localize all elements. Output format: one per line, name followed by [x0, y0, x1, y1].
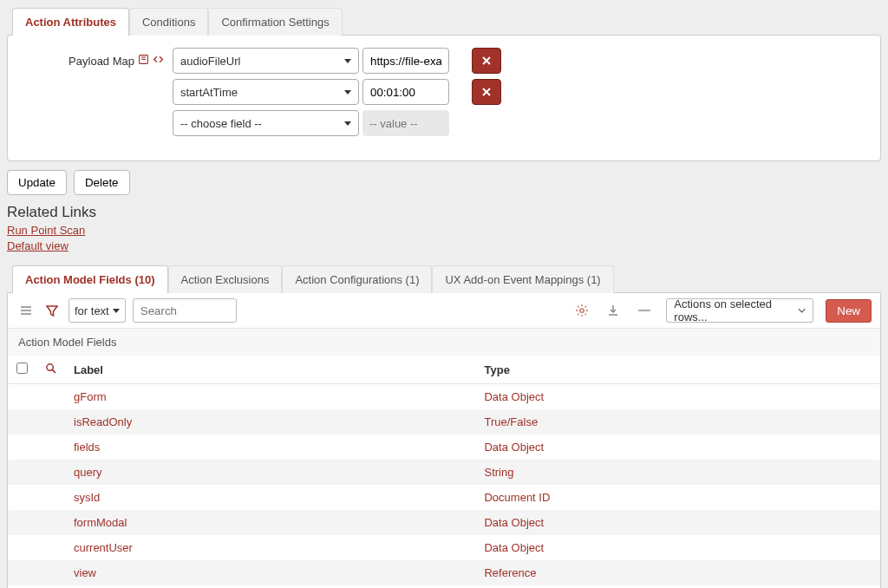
tab-action-configurations[interactable]: Action Configurations (1) — [282, 265, 432, 293]
tab-action-model-fields[interactable]: Action Model Fields (10) — [12, 265, 168, 293]
actions-on-rows-select[interactable]: Actions on selected rows... — [666, 298, 813, 323]
cell-label[interactable]: view — [65, 560, 475, 585]
chevron-down-icon — [344, 90, 351, 95]
column-type[interactable]: Type — [475, 356, 880, 384]
svg-line-15 — [52, 370, 56, 374]
tab-action-attributes[interactable]: Action Attributes — [12, 8, 129, 36]
cell-type[interactable]: Data Object — [475, 535, 880, 560]
model-fields-table: Label Type gForm Data Object isReadOnly … — [8, 356, 880, 588]
download-icon[interactable] — [604, 301, 623, 320]
cell-type[interactable]: Reference — [475, 560, 880, 585]
column-search-icon[interactable] — [45, 363, 56, 376]
table-row[interactable]: formModal Data Object — [8, 510, 880, 535]
table-row[interactable]: fields Data Object — [8, 434, 880, 460]
select-all-checkbox[interactable] — [16, 363, 28, 374]
svg-marker-10 — [47, 306, 57, 316]
new-button[interactable]: New — [826, 299, 872, 323]
hamburger-icon[interactable] — [16, 301, 36, 320]
default-view-link[interactable]: Default view — [7, 238, 881, 254]
payload-map-label: Payload Map — [25, 54, 173, 68]
gear-icon[interactable] — [572, 301, 591, 320]
payload-value-placeholder: -- value -- — [362, 110, 449, 136]
update-button[interactable]: Update — [7, 170, 67, 195]
search-mode-select[interactable]: for text — [69, 298, 126, 323]
form-icon[interactable] — [138, 54, 149, 68]
cell-label[interactable]: query — [65, 460, 475, 485]
cell-label[interactable]: fields — [65, 434, 475, 460]
cell-type[interactable]: Data Object — [475, 384, 880, 410]
action-attributes-panel: Payload Map audioFileUrl startAtTime — [7, 35, 881, 161]
remove-row-button-0[interactable] — [472, 48, 501, 74]
close-icon — [481, 87, 492, 97]
run-point-scan-link[interactable]: Run Point Scan — [7, 223, 881, 238]
cell-type[interactable]: String — [475, 460, 880, 485]
related-links-heading: Related Links — [7, 204, 881, 221]
tab-ux-addon-mappings[interactable]: UX Add-on Event Mappings (1) — [432, 265, 613, 293]
cell-type[interactable]: Data Object — [475, 434, 880, 460]
chevron-down-icon — [113, 309, 120, 313]
cell-type[interactable]: Data Object — [475, 510, 880, 535]
cell-label[interactable]: isReadOnly — [65, 409, 475, 434]
table-row[interactable]: sysId Document ID — [8, 485, 880, 510]
table-row[interactable]: view Reference — [8, 560, 880, 585]
close-icon — [481, 56, 492, 66]
column-label[interactable]: Label — [65, 356, 475, 384]
table-row[interactable]: query String — [8, 460, 880, 485]
cell-type[interactable]: True/False — [475, 409, 880, 434]
cell-label[interactable]: formModal — [65, 510, 475, 535]
payload-field-select-0[interactable]: audioFileUrl — [173, 48, 359, 74]
list-title: Action Model Fields — [8, 328, 880, 356]
cell-label[interactable]: currentUser — [65, 535, 475, 560]
table-row[interactable]: isReadOnly True/False — [8, 409, 880, 434]
table-row[interactable]: currentUser Data Object — [8, 535, 880, 560]
table-row[interactable]: gForm Data Object — [8, 384, 880, 410]
chevron-down-icon — [344, 59, 351, 63]
svg-point-14 — [47, 364, 53, 370]
remove-row-button-1[interactable] — [472, 79, 501, 105]
chevron-down-icon — [344, 121, 351, 126]
model-fields-panel: for text Actions on selected rows... New… — [7, 292, 881, 588]
search-input[interactable] — [133, 298, 237, 323]
cell-label[interactable]: sysId — [65, 485, 475, 510]
payload-value-input-0[interactable] — [362, 48, 449, 74]
tab-action-exclusions[interactable]: Action Exclusions — [168, 265, 283, 293]
svg-point-11 — [580, 309, 584, 312]
tab-confirmation-settings[interactable]: Confirmation Settings — [208, 8, 342, 36]
tab-conditions[interactable]: Conditions — [129, 8, 208, 36]
payload-field-select-1[interactable]: startAtTime — [173, 79, 359, 105]
filter-icon[interactable] — [42, 301, 62, 320]
collapse-icon[interactable] — [635, 301, 654, 320]
cell-type[interactable]: Document ID — [475, 485, 880, 510]
payload-field-select-new[interactable]: -- choose field -- — [173, 110, 359, 136]
chevron-down-icon — [798, 306, 806, 315]
code-icon[interactable] — [153, 54, 164, 68]
cell-label[interactable]: gForm — [65, 384, 475, 410]
payload-value-input-1[interactable] — [362, 79, 449, 105]
delete-button[interactable]: Delete — [74, 170, 130, 195]
